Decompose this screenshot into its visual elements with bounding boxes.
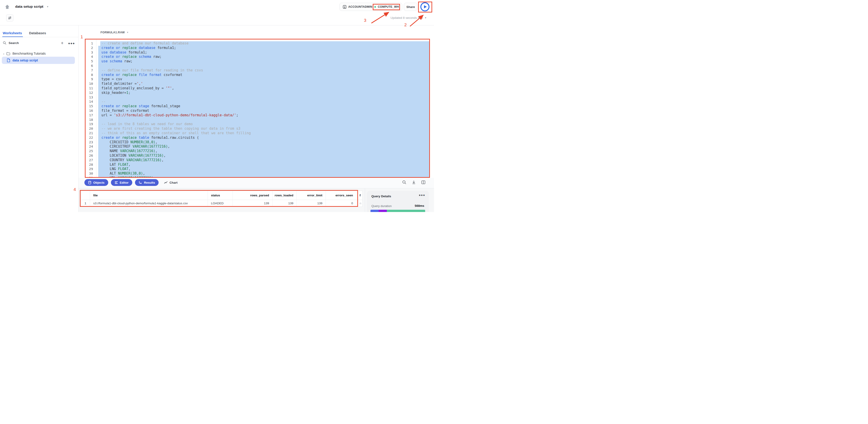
duration-bar-segment — [379, 210, 387, 212]
code-line: 23 CIRCUITID NUMBER(38,0), — [86, 140, 429, 145]
search-icon — [3, 41, 7, 45]
annotation-label-4: 4 — [73, 187, 76, 192]
tab-databases[interactable]: Databases — [29, 31, 46, 35]
query-duration-bar — [370, 210, 425, 212]
code-line: 1-- create and define our formula1 datab… — [86, 41, 429, 46]
role-segment[interactable]: ACCOUNTADMIN — [343, 5, 372, 9]
warehouse-segment[interactable]: COMPUTE_WH — [374, 5, 399, 8]
code-line: 22create or replace table formula1.raw.c… — [86, 136, 429, 140]
code-line: 19-- load in the 8 tables we need for ou… — [86, 122, 429, 127]
code-line: 3use database formula1; — [86, 50, 429, 55]
code-line: 10field_delimiter =',' — [86, 81, 429, 86]
column-header[interactable]: status — [208, 191, 233, 200]
table-header-row: filestatusrows_parsedrows_loadederror_li… — [81, 191, 362, 200]
folder-icon — [6, 52, 10, 55]
code-line: 8create or replace file format csvformat — [86, 73, 429, 77]
new-worksheet-button[interactable]: + — [61, 40, 64, 46]
duration-bar-segment — [387, 210, 425, 212]
code-line: 12skip_header=1; — [86, 91, 429, 95]
code-line: 9type = csv — [86, 77, 429, 81]
database-icon — [88, 181, 91, 185]
code-line: 17url = 's3://formula1-dbt-cloud-python-… — [86, 113, 429, 118]
column-header[interactable] — [81, 191, 90, 200]
code-line: 11field_optionally_enclosed_by = '"', — [86, 86, 429, 91]
user-badge-icon — [343, 5, 346, 9]
code-line: 31 URL VARCHAR(16777216), — [86, 176, 429, 177]
column-header[interactable]: error_limit — [297, 191, 326, 200]
chart-label: Chart — [169, 181, 178, 184]
filters-button[interactable] — [6, 14, 13, 22]
worksheet-title[interactable]: data setup script — [15, 4, 43, 9]
download-icon[interactable] — [411, 180, 416, 185]
query-details-more-button[interactable]: ●●● — [419, 193, 425, 197]
code-line: 27 COUNTRY VARCHAR(16777216), — [86, 158, 429, 163]
table-cell: 139 — [233, 200, 273, 206]
column-header[interactable]: errors_seen — [326, 191, 356, 200]
sidebar-item-folder[interactable]: › Benchmarking Tutorials — [0, 51, 45, 56]
sql-editor[interactable]: 1-- create and define our formula1 datab… — [86, 41, 429, 177]
warehouse-label: COMPUTE_WH — [378, 5, 399, 8]
search-placeholder: Search — [9, 41, 19, 45]
query-details-panel: Query Details ●●● Query duration 568ms — [367, 191, 429, 212]
sidebar-item-worksheet-selected[interactable]: data setup script — [2, 57, 75, 64]
code-line: 18 — [86, 118, 429, 122]
code-line: 13 — [86, 95, 429, 100]
column-header[interactable]: f — [356, 191, 363, 200]
code-line: 20-- we are first creating the table the… — [86, 127, 429, 131]
editor-button[interactable]: Editor — [111, 179, 132, 186]
column-header[interactable]: rows_parsed — [233, 191, 273, 200]
table-cell: 1 — [81, 200, 90, 206]
results-button[interactable]: Results — [135, 179, 159, 186]
table-cell: 139 — [297, 200, 326, 206]
share-button[interactable]: Share — [404, 3, 417, 11]
table-cell: s3://formula1-dbt-cloud-python-demo/form… — [90, 200, 208, 206]
results-actions — [402, 180, 426, 185]
chart-line-icon — [164, 181, 168, 184]
code-line: 26 LOCATION VARCHAR(16777216), — [86, 154, 429, 158]
results-table: filestatusrows_parsedrows_loadederror_li… — [81, 191, 363, 207]
schema-context-selector[interactable]: FORMULA1.RAW ▼ — [100, 31, 129, 34]
warehouse-status-dot — [374, 6, 376, 8]
code-line: 2create or replace database formula1; — [86, 46, 429, 50]
column-header[interactable]: file — [90, 191, 208, 200]
sidebar-more-button[interactable]: ●●● — [68, 41, 75, 45]
code-line: 15create or replace stage formula1_stage — [86, 104, 429, 108]
document-icon — [7, 58, 10, 62]
run-button[interactable] — [421, 2, 430, 11]
home-icon[interactable] — [4, 4, 10, 9]
search-results-icon[interactable] — [402, 180, 407, 185]
code-line: 29 LNG FLOAT, — [86, 167, 429, 171]
folder-label: Benchmarking Tutorials — [12, 52, 45, 55]
code-line: 16file_format = csvformat — [86, 108, 429, 113]
code-line: 25 NAME VARCHAR(16777216), — [86, 149, 429, 154]
code-line: 14-- — [86, 100, 429, 104]
worksheet-item-label: data setup script — [12, 59, 38, 62]
schema-context-label: FORMULA1.RAW — [100, 31, 125, 34]
schema-caret-icon: ▼ — [127, 31, 129, 34]
duration-bar-segment — [370, 210, 379, 212]
sidebar-search-input[interactable]: Search — [3, 41, 19, 45]
code-line: 4create or replace schema raw; — [86, 55, 429, 59]
query-duration-label: Query duration — [371, 204, 392, 208]
title-caret-icon[interactable]: ▼ — [46, 5, 49, 8]
updated-status[interactable]: Updated 8 seconds ago ▼ — [391, 16, 427, 20]
table-cell: LOADED — [208, 200, 233, 206]
table-cell: n — [356, 200, 363, 206]
code-line: 28 LAT FLOAT, — [86, 163, 429, 167]
table-row[interactable]: 1s3://formula1-dbt-cloud-python-demo/for… — [81, 200, 362, 206]
objects-button[interactable]: Objects — [84, 179, 108, 186]
objects-label: Objects — [93, 181, 104, 184]
split-view-icon[interactable] — [421, 180, 426, 185]
chevron-right-icon[interactable]: › — [3, 52, 4, 56]
chart-toggle[interactable]: Chart — [164, 181, 178, 184]
column-header[interactable]: rows_loaded — [273, 191, 297, 200]
tab-worksheets[interactable]: Worksheets — [3, 31, 22, 35]
results-label: Results — [144, 181, 155, 184]
context-pill[interactable]: ACCOUNTADMIN COMPUTE_WH — [339, 3, 402, 11]
table-cell: 139 — [273, 200, 297, 206]
code-line: 5use schema raw; — [86, 59, 429, 64]
play-icon — [424, 5, 427, 8]
results-toolbar: Objects Editor Results Chart — [84, 179, 178, 186]
role-label: ACCOUNTADMIN — [348, 5, 372, 8]
query-duration-value: 568ms — [415, 204, 424, 207]
